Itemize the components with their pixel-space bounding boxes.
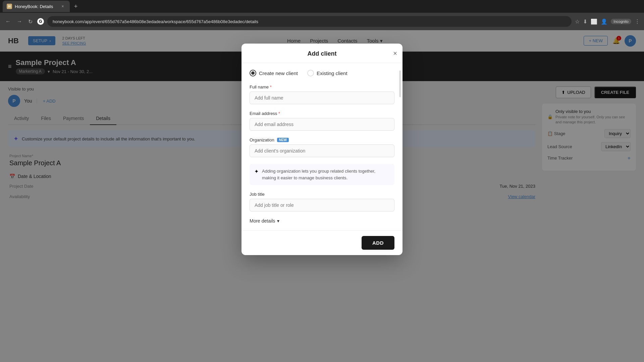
client-type-radio-group: Create new client Existing client xyxy=(250,70,394,76)
organization-field: Organization NEW xyxy=(250,137,394,157)
create-new-radio-circle xyxy=(250,70,256,76)
tab-bar: H HoneyBook: Details × + xyxy=(0,0,644,13)
modal-title: Add client xyxy=(307,50,336,57)
modal-header: Add client × xyxy=(241,44,402,63)
modal-close-button[interactable]: × xyxy=(393,50,397,57)
existing-radio-circle xyxy=(307,70,314,76)
existing-client-label: Existing client xyxy=(317,70,347,76)
modal-backdrop: Add client × Create new client Existing … xyxy=(0,30,644,362)
full-name-required: * xyxy=(270,84,272,89)
tab-title: HoneyBook: Details xyxy=(15,4,53,9)
add-client-button[interactable]: ADD xyxy=(362,236,394,250)
address-bar: ← → ↻ G ☆ ⬇ ⬜ 👤 Incognito ⋮ xyxy=(0,13,644,30)
org-label-row: Organization NEW xyxy=(250,137,394,142)
modal-footer: ADD xyxy=(241,230,402,255)
browser-actions: ☆ ⬇ ⬜ 👤 Incognito ⋮ xyxy=(575,18,640,25)
create-new-client-label: Create new client xyxy=(259,70,298,76)
back-button[interactable]: ← xyxy=(4,17,12,26)
org-label: Organization xyxy=(250,137,274,142)
download-icon[interactable]: ⬇ xyxy=(583,18,587,25)
existing-client-radio[interactable]: Existing client xyxy=(307,70,347,76)
tip-text: Adding organization lets you group relat… xyxy=(262,168,390,181)
email-input[interactable] xyxy=(250,118,394,131)
modal-scrollbar[interactable] xyxy=(399,70,401,97)
modal-body: Create new client Existing client Full n… xyxy=(241,63,402,230)
new-badge: NEW xyxy=(277,138,289,142)
email-required: * xyxy=(278,111,280,116)
bookmark-icon[interactable]: ☆ xyxy=(575,18,580,25)
job-title-input[interactable] xyxy=(250,199,394,212)
google-icon: G xyxy=(37,18,44,25)
tab-favicon: H xyxy=(7,4,12,9)
refresh-button[interactable]: ↻ xyxy=(27,17,34,26)
forward-button[interactable]: → xyxy=(15,17,23,26)
full-name-input[interactable] xyxy=(250,92,394,104)
email-field: Email address * xyxy=(250,111,394,131)
incognito-badge: Incognito xyxy=(611,19,631,24)
add-client-modal: Add client × Create new client Existing … xyxy=(241,44,402,255)
active-tab[interactable]: H HoneyBook: Details × xyxy=(3,1,70,12)
menu-icon[interactable]: ⋮ xyxy=(635,18,640,25)
extensions-icon[interactable]: ⬜ xyxy=(591,18,597,25)
more-details-toggle[interactable]: More details ▾ xyxy=(250,218,394,224)
email-label: Email address * xyxy=(250,111,394,116)
job-title-label: Job title xyxy=(250,192,394,197)
new-tab-button[interactable]: + xyxy=(71,2,80,11)
full-name-field: Full name * xyxy=(250,84,394,104)
full-name-label: Full name * xyxy=(250,84,394,89)
more-details-label: More details xyxy=(250,218,275,224)
org-input[interactable] xyxy=(250,144,394,157)
tab-close-btn[interactable]: × xyxy=(60,3,66,9)
tip-sparkle-icon: ✦ xyxy=(254,168,259,175)
profile-icon[interactable]: 👤 xyxy=(601,18,607,25)
job-title-field: Job title xyxy=(250,192,394,212)
chevron-down-icon: ▾ xyxy=(277,218,279,224)
address-input[interactable] xyxy=(47,16,572,27)
app-background: HB SETUP › 2 DAYS LEFT SEE PRICING Home … xyxy=(0,30,644,362)
org-info-tip: ✦ Adding organization lets you group rel… xyxy=(250,164,394,185)
create-new-client-radio[interactable]: Create new client xyxy=(250,70,298,76)
browser-chrome: H HoneyBook: Details × + ← → ↻ G ☆ ⬇ ⬜ 👤… xyxy=(0,0,644,30)
